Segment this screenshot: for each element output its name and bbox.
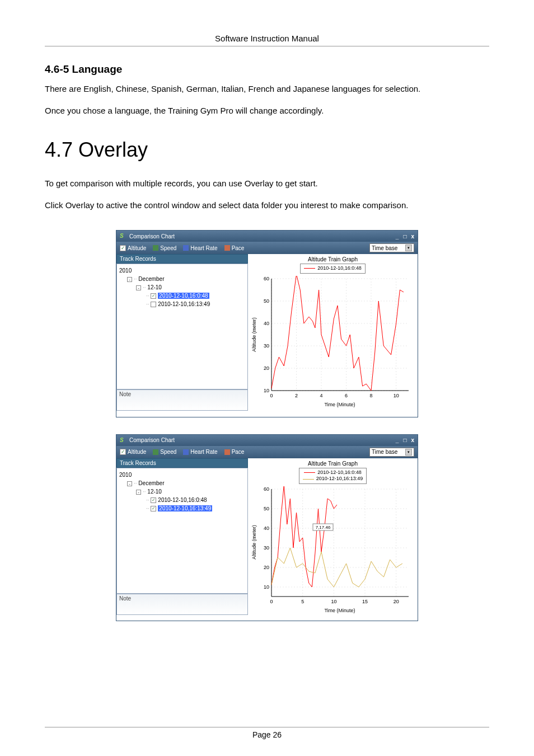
svg-text:30: 30	[264, 343, 269, 349]
track-records-tree[interactable]: 2010 -·· December -·· 12-10 ·· ✓2010-12-…	[116, 468, 248, 594]
svg-text:60: 60	[264, 276, 269, 281]
chevron-down-icon: ▾	[405, 449, 412, 456]
svg-text:20: 20	[264, 365, 269, 371]
timebase-dropdown[interactable]: Time base ▾	[369, 243, 414, 252]
note-panel: Note	[116, 594, 248, 615]
svg-text:4: 4	[320, 393, 322, 398]
svg-text:30: 30	[264, 545, 269, 551]
chart-panel: Altitude Train Graph 2010-12-10,16:0:48 …	[248, 458, 418, 621]
heartrate-label: Heart Rate	[190, 449, 217, 455]
tree-year[interactable]: 2010	[119, 471, 245, 479]
pace-label: Pace	[232, 449, 245, 455]
chart-legend: 2010-12-10,16:0:48	[300, 264, 366, 274]
svg-text:10: 10	[264, 388, 269, 393]
track-records-header: Track Records	[116, 458, 248, 468]
note-panel: Note	[116, 389, 248, 411]
speed-checkbox[interactable]: Speed	[153, 449, 176, 455]
body-text: There are English, Chinese, Spanish, Ger…	[45, 81, 489, 97]
svg-text:10: 10	[264, 584, 269, 590]
svg-text:7,17.46: 7,17.46	[316, 525, 331, 530]
svg-text:Time (Minute): Time (Minute)	[324, 608, 355, 613]
svg-text:20: 20	[394, 599, 399, 604]
chart-title: Altitude Train Graph	[250, 256, 415, 262]
svg-text:15: 15	[362, 599, 368, 604]
svg-text:0: 0	[270, 599, 273, 604]
body-text: To get comparison with multiple records,…	[45, 176, 489, 192]
speed-checkbox[interactable]: Speed	[153, 245, 176, 251]
svg-text:40: 40	[264, 321, 269, 326]
altitude-checkbox[interactable]: ✓ Altitude	[120, 245, 146, 251]
tree-day[interactable]: -·· 12-10	[119, 283, 245, 292]
maximize-button[interactable]: □	[403, 437, 406, 443]
heartrate-checkbox[interactable]: Heart Rate	[183, 449, 217, 455]
app-icon: S	[120, 233, 127, 240]
tree-year[interactable]: 2010	[119, 266, 245, 275]
svg-text:40: 40	[264, 525, 269, 531]
svg-text:10: 10	[331, 599, 336, 604]
track-records-tree[interactable]: 2010 -·· December -·· 12-10 ·· ✓2010-12-…	[116, 264, 248, 389]
svg-text:2: 2	[295, 393, 298, 398]
close-button[interactable]: x	[411, 233, 414, 240]
dropdown-value: Time base	[372, 245, 397, 251]
heartrate-checkbox[interactable]: Heart Rate	[183, 245, 217, 251]
titlebar: S Comparison Chart _ □ x	[116, 435, 418, 446]
close-button[interactable]: x	[411, 437, 414, 443]
tree-record-1[interactable]: ·· ✓2010-12-10,16:0:48	[119, 496, 245, 504]
pace-label: Pace	[232, 245, 245, 251]
altitude-chart-2: 102030405060 05101520 Time (Minute) Alti…	[250, 486, 415, 619]
comparison-chart-window: S Comparison Chart _ □ x ✓ Altitude Spee…	[116, 434, 418, 621]
svg-text:Altitude (meter): Altitude (meter)	[251, 525, 257, 560]
screenshot-2: S Comparison Chart _ □ x ✓ Altitude Spee…	[45, 434, 489, 621]
page-header: Software Instruction Manual	[45, 34, 489, 46]
tree-day[interactable]: -·· 12-10	[119, 487, 245, 496]
svg-text:20: 20	[264, 565, 269, 570]
dropdown-value: Time base	[372, 449, 397, 455]
toolbar: ✓ Altitude Speed Heart Rate Pace Time ba…	[116, 242, 418, 254]
altitude-label: Altitude	[128, 449, 146, 455]
svg-text:6: 6	[345, 393, 348, 398]
track-records-header: Track Records	[116, 254, 248, 264]
comparison-chart-window: S Comparison Chart _ □ x ✓ Altitude Spee…	[116, 230, 418, 417]
altitude-chart-1: 102030405060 0246810 Time (Minute) Altit…	[250, 276, 415, 416]
svg-text:10: 10	[394, 393, 399, 398]
titlebar: S Comparison Chart _ □ x	[116, 231, 418, 242]
svg-text:50: 50	[264, 298, 269, 304]
pace-checkbox[interactable]: Pace	[224, 449, 245, 455]
maximize-button[interactable]: □	[403, 233, 406, 240]
tree-month[interactable]: -·· December	[119, 479, 245, 487]
svg-text:5: 5	[301, 599, 304, 604]
timebase-dropdown[interactable]: Time base ▾	[369, 448, 414, 457]
window-title: Comparison Chart	[129, 437, 175, 443]
chart-panel: Altitude Train Graph 2010-12-10,16:0:48	[248, 254, 418, 417]
tree-record-2[interactable]: ·· ✓2010-12-10,16:13:49	[119, 504, 245, 513]
svg-text:50: 50	[264, 506, 269, 511]
speed-label: Speed	[160, 245, 176, 251]
altitude-checkbox[interactable]: ✓ Altitude	[120, 449, 146, 455]
page-footer: Page 26	[45, 727, 489, 739]
svg-text:60: 60	[264, 486, 269, 492]
chapter-heading: 4.7 Overlay	[45, 138, 489, 162]
section-heading: 4.6-5 Language	[45, 63, 489, 76]
app-icon: S	[120, 437, 127, 444]
speed-label: Speed	[160, 449, 176, 455]
svg-text:8: 8	[369, 393, 372, 398]
body-text: Once you chose a language, the Training …	[45, 103, 489, 119]
svg-text:Time (Minute): Time (Minute)	[324, 402, 355, 407]
tree-month[interactable]: -·· December	[119, 275, 245, 283]
tree-record-2[interactable]: ·· 2010-12-10,16:13:49	[119, 300, 245, 308]
altitude-label: Altitude	[128, 245, 146, 251]
body-text: Click Overlay to active the control wind…	[45, 198, 489, 214]
heartrate-label: Heart Rate	[190, 245, 217, 251]
window-title: Comparison Chart	[129, 233, 175, 240]
toolbar: ✓ Altitude Speed Heart Rate Pace Time ba…	[116, 446, 418, 458]
screenshot-1: S Comparison Chart _ □ x ✓ Altitude Spee…	[45, 230, 489, 417]
tree-record-1[interactable]: ·· ✓2010-12-10,16:0:48	[119, 292, 245, 300]
svg-text:0: 0	[270, 393, 273, 398]
minimize-button[interactable]: _	[396, 233, 399, 240]
chevron-down-icon: ▾	[405, 245, 412, 251]
chart-title: Altitude Train Graph	[250, 461, 415, 467]
pace-checkbox[interactable]: Pace	[224, 245, 245, 251]
minimize-button[interactable]: _	[396, 437, 399, 443]
svg-text:Altitude (meter): Altitude (meter)	[251, 317, 257, 352]
chart-legend: 2010-12-10,16:0:48 2010-12-10,16:13:49	[299, 468, 367, 484]
